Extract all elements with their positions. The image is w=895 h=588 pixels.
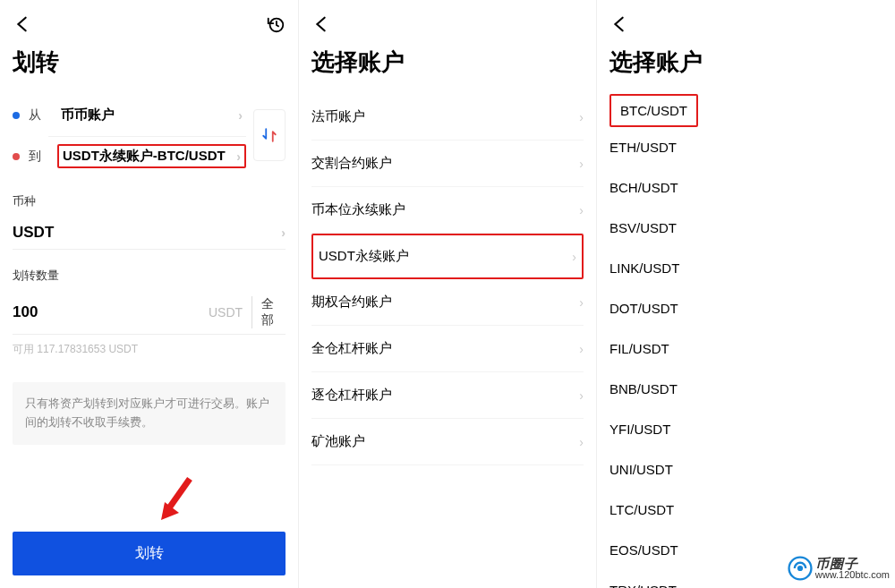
list-item[interactable]: 期权合约账户› <box>311 279 584 326</box>
from-label: 从 <box>29 107 48 124</box>
to-dot-icon <box>13 153 20 160</box>
chevron-right-icon: › <box>579 342 584 356</box>
list-item[interactable]: USDT永续账户› <box>311 234 584 279</box>
list-item-label: BNB/USDT <box>609 381 678 396</box>
list-item[interactable]: UNI/USDT <box>609 449 882 490</box>
amount-row: USDT 全部 <box>13 291 286 335</box>
all-button[interactable]: 全部 <box>251 296 286 328</box>
list-item[interactable]: 逐仓杠杆账户› <box>311 372 584 419</box>
list-item-label: 逐仓杠杆账户 <box>311 387 392 404</box>
list-item[interactable]: LINK/USDT <box>609 248 882 288</box>
account-select-panel: 选择账户 法币账户› 交割合约账户› 币本位永续账户› USDT永续账户› 期权… <box>298 0 596 588</box>
list-item-label: 矿池账户 <box>311 433 365 450</box>
chevron-right-icon: › <box>579 388 584 403</box>
list-item-label: LINK/USDT <box>609 260 679 276</box>
history-icon[interactable] <box>266 14 286 38</box>
list-item[interactable]: DOT/USDT <box>609 288 882 328</box>
list-item-label: YFI/USDT <box>609 422 670 437</box>
annotation-arrow-icon <box>158 475 197 524</box>
to-row[interactable]: 到 USDT永续账户-BTC/USDT › <box>13 137 246 175</box>
list-item[interactable]: 交割合约账户› <box>311 141 584 187</box>
list-item-label: 交割合约账户 <box>311 155 392 172</box>
chevron-right-icon: › <box>281 226 286 240</box>
list-item[interactable]: 全仓杠杆账户› <box>311 326 584 372</box>
watermark: 币圈子 www.120btc.com <box>788 556 890 581</box>
chevron-right-icon: › <box>579 157 584 171</box>
page-title: 选择账户 <box>311 47 584 78</box>
pair-select-panel: 选择账户 BTC/USDT ETH/USDT BCH/USDT BSV/USDT… <box>596 0 895 588</box>
page-title: 划转 <box>13 47 286 78</box>
back-icon[interactable] <box>13 14 32 38</box>
submit-button[interactable]: 划转 <box>13 532 286 575</box>
list-item-label: 币本位永续账户 <box>311 201 405 218</box>
watermark-url: www.120btc.com <box>815 570 890 580</box>
list-item-label: 期权合约账户 <box>311 294 392 311</box>
coin-label: 币种 <box>13 193 286 209</box>
list-item[interactable]: 法币账户› <box>311 94 584 141</box>
to-label: 到 <box>29 149 48 165</box>
chevron-right-icon: › <box>579 295 584 310</box>
chevron-right-icon: › <box>579 110 584 124</box>
amount-input[interactable] <box>13 303 209 321</box>
list-item-label: BTC/USDT <box>620 103 687 118</box>
list-item-label: DOT/USDT <box>609 301 678 316</box>
list-item[interactable]: LTC/USDT <box>609 490 882 530</box>
account-list: 法币账户› 交割合约账户› 币本位永续账户› USDT永续账户› 期权合约账户›… <box>311 94 584 465</box>
chevron-right-icon: › <box>236 149 241 164</box>
list-item[interactable]: YFI/USDT <box>609 409 882 449</box>
amount-label: 划转数量 <box>13 268 286 284</box>
list-item[interactable]: BSV/USDT <box>609 208 882 248</box>
from-dot-icon <box>13 112 20 119</box>
from-account-text: 币币账户 <box>61 107 115 124</box>
back-icon[interactable] <box>311 14 331 38</box>
from-account-value: 币币账户 › <box>57 101 246 129</box>
list-item-label: ETH/USDT <box>609 140 677 155</box>
transfer-from-to: 从 币币账户 › 到 USDT永续账户-BTC/USDT › <box>13 94 286 175</box>
chevron-right-icon: › <box>238 108 243 123</box>
watermark-logo-icon <box>788 556 813 581</box>
pair-list: BTC/USDT ETH/USDT BCH/USDT BSV/USDT LINK… <box>609 94 882 588</box>
back-icon[interactable] <box>609 14 629 38</box>
amount-unit: USDT <box>209 305 243 320</box>
topbar <box>13 13 286 39</box>
watermark-brand: 币圈子 <box>815 557 890 570</box>
info-note: 只有将资产划转到对应账户才可进行交易。账户间的划转不收取手续费。 <box>13 382 286 445</box>
list-item[interactable]: 矿池账户› <box>311 419 584 465</box>
list-item-label: BSV/USDT <box>609 220 677 235</box>
list-item-label: USDT永续账户 <box>319 248 409 265</box>
to-account-value: USDT永续账户-BTC/USDT › <box>57 144 246 168</box>
list-item[interactable]: BTC/USDT <box>609 94 698 127</box>
list-item-label: TRX/USDT <box>609 583 677 588</box>
list-item-label: FIL/USDT <box>609 341 669 356</box>
topbar <box>609 13 882 39</box>
list-item-label: 全仓杠杆账户 <box>311 340 392 357</box>
chevron-right-icon: › <box>579 203 584 217</box>
list-item-label: BCH/USDT <box>609 180 678 195</box>
list-item[interactable]: BNB/USDT <box>609 369 882 409</box>
list-item[interactable]: 币本位永续账户› <box>311 187 584 234</box>
chevron-right-icon: › <box>579 435 584 449</box>
list-item-label: LTC/USDT <box>609 502 674 517</box>
list-item-label: 法币账户 <box>311 108 365 125</box>
list-item[interactable]: FIL/USDT <box>609 328 882 369</box>
chevron-right-icon: › <box>572 250 576 264</box>
coin-value: USDT <box>13 224 54 242</box>
topbar <box>311 13 584 39</box>
list-item-label: EOS/USDT <box>609 542 678 558</box>
page-title: 选择账户 <box>609 47 882 78</box>
swap-button[interactable] <box>253 109 286 161</box>
list-item[interactable]: BCH/USDT <box>609 167 882 208</box>
to-account-text: USDT永续账户-BTC/USDT <box>63 148 226 165</box>
list-item[interactable]: ETH/USDT <box>609 127 882 167</box>
transfer-panel: 划转 从 币币账户 › 到 USDT永续账户-BTC/USDT › <box>0 0 298 588</box>
svg-point-3 <box>797 566 803 571</box>
available-balance: 可用 117.17831653 USDT <box>13 342 286 357</box>
coin-selector[interactable]: USDT › <box>13 217 286 250</box>
list-item-label: UNI/USDT <box>609 462 673 477</box>
from-row[interactable]: 从 币币账户 › <box>13 94 246 136</box>
